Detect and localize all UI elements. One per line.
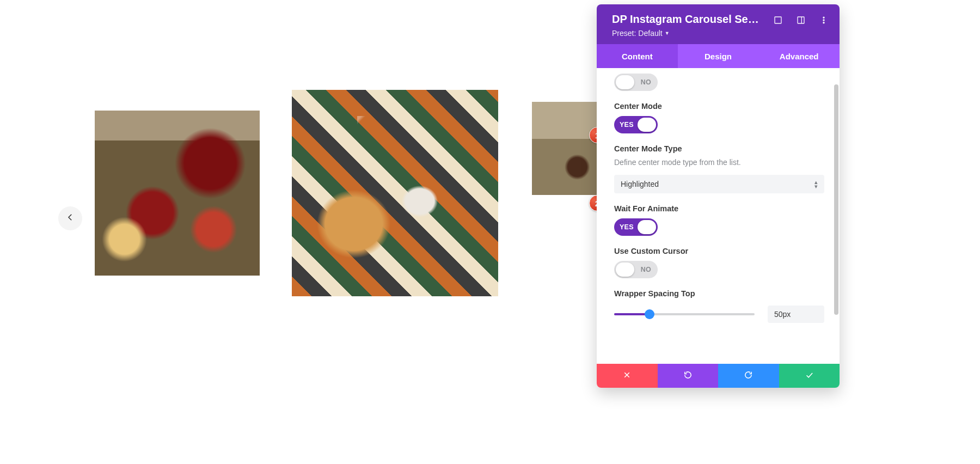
check-icon bbox=[805, 370, 814, 382]
toggle-knob bbox=[616, 262, 634, 277]
preset-name: Default bbox=[638, 29, 662, 38]
wait-for-animate-toggle[interactable]: YES bbox=[614, 218, 658, 236]
redo-icon bbox=[744, 370, 753, 382]
panel-body[interactable]: NO Center Mode YES Center Mode Type Defi… bbox=[597, 68, 840, 364]
carousel-preview bbox=[0, 0, 597, 403]
carousel-slide-right[interactable] bbox=[532, 102, 597, 195]
center-mode-label: Center Mode bbox=[614, 102, 824, 111]
carousel-prev-button[interactable] bbox=[58, 206, 82, 230]
previous-option-toggle-value: NO bbox=[641, 78, 651, 86]
wrapper-spacing-top-value: 50px bbox=[774, 310, 791, 319]
use-custom-cursor-toggle[interactable]: NO bbox=[614, 261, 658, 278]
svg-point-5 bbox=[823, 22, 824, 23]
scrollbar[interactable] bbox=[834, 68, 838, 364]
center-mode-type-select[interactable]: Highlighted ▴▾ bbox=[614, 175, 824, 193]
settings-panel: DP Instagram Carousel Settings Preset: D… bbox=[597, 4, 840, 388]
tab-design[interactable]: Design bbox=[678, 44, 759, 68]
preset-dropdown[interactable]: Preset: Default ▼ bbox=[612, 29, 761, 38]
tab-content-label: Content bbox=[622, 52, 653, 61]
panel-title: DP Instagram Carousel Settings bbox=[612, 13, 761, 26]
more-vertical-icon bbox=[819, 16, 828, 27]
toggle-knob bbox=[616, 75, 634, 89]
undo-icon bbox=[683, 370, 693, 382]
center-mode-type-desc: Define center mode type from the list. bbox=[614, 157, 824, 168]
wait-for-animate-label: Wait For Animate bbox=[614, 204, 824, 213]
center-mode-type-selected: Highlighted bbox=[621, 180, 659, 188]
redo-button[interactable] bbox=[718, 364, 779, 388]
wrapper-spacing-top-input[interactable]: 50px bbox=[768, 306, 824, 323]
carousel-slide-left[interactable] bbox=[95, 111, 260, 276]
tab-advanced-label: Advanced bbox=[780, 52, 819, 61]
caret-down-icon: ▼ bbox=[665, 30, 670, 36]
use-custom-cursor-label: Use Custom Cursor bbox=[614, 247, 824, 255]
tab-bar: Content Design Advanced bbox=[597, 44, 840, 68]
select-caret-icon: ▴▾ bbox=[814, 180, 818, 188]
undo-button[interactable] bbox=[658, 364, 719, 388]
expand-icon bbox=[774, 16, 782, 27]
tab-design-label: Design bbox=[705, 52, 732, 61]
dock-icon bbox=[797, 16, 805, 27]
toggle-knob bbox=[638, 220, 656, 234]
svg-point-3 bbox=[823, 17, 824, 18]
center-mode-toggle[interactable]: YES bbox=[614, 116, 658, 133]
dock-button[interactable] bbox=[795, 15, 807, 27]
discard-button[interactable] bbox=[597, 364, 658, 388]
wrapper-spacing-top-label: Wrapper Spacing Top bbox=[614, 289, 824, 298]
svg-rect-1 bbox=[798, 17, 804, 23]
tab-content[interactable]: Content bbox=[597, 44, 678, 68]
expand-button[interactable] bbox=[772, 15, 784, 27]
preset-prefix: Preset: bbox=[612, 29, 636, 38]
toggle-knob bbox=[638, 118, 656, 132]
wait-for-animate-toggle-value: YES bbox=[620, 223, 634, 231]
center-mode-type-label: Center Mode Type bbox=[614, 144, 824, 153]
wrapper-spacing-top-slider[interactable] bbox=[614, 313, 755, 315]
chevron-left-icon bbox=[65, 212, 75, 224]
center-mode-toggle-value: YES bbox=[620, 121, 634, 129]
more-button[interactable] bbox=[818, 15, 830, 27]
previous-option-toggle[interactable]: NO bbox=[614, 74, 658, 91]
save-button[interactable] bbox=[779, 364, 840, 388]
carousel-track bbox=[0, 90, 597, 297]
svg-point-4 bbox=[823, 20, 824, 21]
slider-knob[interactable] bbox=[645, 309, 654, 319]
svg-rect-0 bbox=[775, 17, 781, 23]
tab-advanced[interactable]: Advanced bbox=[758, 44, 840, 68]
panel-header: DP Instagram Carousel Settings Preset: D… bbox=[597, 4, 840, 44]
use-custom-cursor-toggle-value: NO bbox=[641, 266, 651, 273]
wrapper-spacing-top-row: 50px bbox=[614, 306, 824, 323]
scrollbar-thumb[interactable] bbox=[834, 84, 838, 315]
panel-title-wrap: DP Instagram Carousel Settings Preset: D… bbox=[612, 13, 761, 38]
panel-footer bbox=[597, 364, 840, 388]
close-icon bbox=[622, 370, 632, 382]
carousel-slide-center[interactable] bbox=[292, 90, 498, 296]
